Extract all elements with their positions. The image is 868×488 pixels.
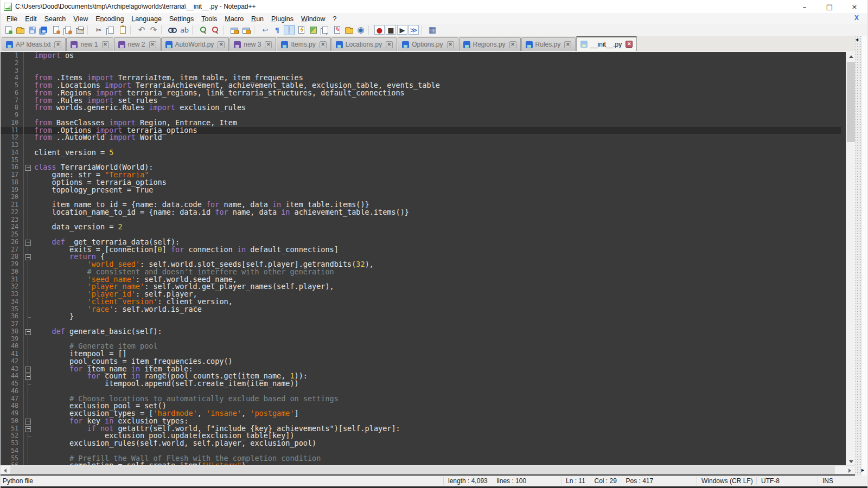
tab-close-icon[interactable]: ✕	[509, 41, 516, 48]
replace-icon[interactable]: ab	[179, 25, 190, 35]
code-line-23[interactable]: 23	[1, 216, 841, 224]
menu-file[interactable]: File	[3, 14, 21, 24]
splitter-arrow-right-icon[interactable]: ►	[860, 467, 865, 473]
menu-run[interactable]: Run	[247, 14, 267, 24]
close-button[interactable]: ×	[850, 3, 859, 11]
menu-window[interactable]: Window	[297, 14, 329, 24]
horizontal-scrollbar-thumb[interactable]	[10, 466, 835, 474]
fold-toggle-icon[interactable]	[23, 418, 31, 425]
menu-?[interactable]: ?	[329, 14, 341, 24]
sync-horizontal-scroll-icon[interactable]	[241, 25, 252, 35]
code-line-12[interactable]: 12from ..AutoWorld import World	[1, 134, 841, 142]
menubar-close-icon[interactable]: X	[854, 14, 859, 22]
zoom-in-icon[interactable]	[198, 25, 209, 35]
menu-encoding[interactable]: Encoding	[92, 14, 127, 24]
code-line-38[interactable]: 38 def generate_basic(self):	[1, 328, 841, 336]
status-eol-format[interactable]: Windows (CR LF)	[697, 477, 756, 485]
folder-as-workspace-icon[interactable]	[343, 25, 354, 35]
close-all-icon[interactable]	[62, 25, 73, 35]
menu-edit[interactable]: Edit	[21, 14, 41, 24]
panel-splitter[interactable]	[855, 36, 862, 476]
copy-icon[interactable]	[105, 25, 116, 35]
doc-switcher-icon[interactable]	[320, 25, 330, 35]
tab-new-1[interactable]: new 1✕	[66, 37, 113, 51]
menu-settings[interactable]: Settings	[165, 14, 197, 24]
code-line-45[interactable]: 45 itempool.append(self.create_item(item…	[1, 380, 841, 388]
macro-save-icon[interactable]: ▦	[427, 25, 438, 35]
menu-language[interactable]: Language	[127, 14, 165, 24]
code-line-19[interactable]: 19 topology_present = True	[1, 187, 841, 194]
zoom-out-icon[interactable]	[210, 25, 221, 35]
menu-plugins[interactable]: Plugins	[267, 14, 297, 24]
cut-icon[interactable]: ✂	[93, 25, 104, 35]
status-insert-mode[interactable]: INS	[818, 477, 867, 485]
splitter-arrow-left-icon[interactable]: ◄	[854, 37, 859, 42]
horizontal-scrollbar[interactable]	[1, 465, 867, 474]
tab-close-icon[interactable]: ✕	[149, 41, 156, 48]
tab-regions-py[interactable]: Regions.py✕	[459, 37, 521, 51]
macro-play-icon[interactable]: ▶	[397, 25, 407, 35]
redo-icon[interactable]: ↷	[148, 25, 159, 35]
menu-macro[interactable]: Macro	[221, 14, 247, 24]
find-icon[interactable]	[167, 25, 178, 35]
tab-close-icon[interactable]: ✕	[626, 41, 633, 48]
code-line-2[interactable]: 2	[1, 60, 841, 67]
fold-toggle-icon[interactable]	[23, 253, 31, 261]
tab-close-icon[interactable]: ✕	[564, 41, 571, 48]
tab-close-icon[interactable]: ✕	[102, 41, 109, 48]
code-line-13[interactable]: 13	[1, 142, 841, 149]
fold-toggle-icon[interactable]	[23, 365, 31, 373]
tab-close-icon[interactable]: ✕	[386, 41, 393, 48]
tab-items-py[interactable]: Items.py✕	[277, 37, 330, 51]
tab-new-2[interactable]: new 2✕	[114, 37, 161, 51]
doc-map-icon[interactable]	[308, 25, 318, 35]
editor[interactable]: 1import os234from .Items import Terraria…	[1, 52, 867, 465]
word-wrap-icon[interactable]: ↩	[260, 25, 271, 35]
close-icon[interactable]	[50, 25, 61, 35]
fold-toggle-icon[interactable]	[23, 239, 31, 246]
status-encoding[interactable]: UTF-8	[756, 477, 818, 485]
code-line-35[interactable]: 35 'race': self.world.is_race	[1, 306, 841, 313]
tab-rules-py[interactable]: Rules.py✕	[521, 37, 576, 51]
code-line-14[interactable]: 14client_version = 5	[1, 149, 841, 157]
macro-record-icon[interactable]: ●	[374, 25, 385, 35]
new-file-icon[interactable]	[3, 25, 14, 35]
code-area[interactable]: 1import os234from .Items import Terraria…	[1, 52, 841, 465]
save-icon[interactable]	[27, 25, 37, 35]
function-list-icon[interactable]	[296, 25, 307, 35]
scroll-down-arrow-icon[interactable]	[846, 457, 856, 465]
print-icon[interactable]	[74, 25, 85, 35]
paste-icon[interactable]	[117, 25, 128, 35]
show-all-chars-icon[interactable]: ¶	[272, 25, 283, 35]
fold-toggle-icon[interactable]	[23, 373, 31, 380]
macro-run-multi-icon[interactable]: ≫	[409, 25, 419, 35]
code-line-1[interactable]: 1import os	[1, 52, 841, 60]
tab-locations-py[interactable]: Locations.py✕	[331, 37, 397, 51]
maximize-button[interactable]: □	[825, 3, 834, 11]
fold-toggle-icon[interactable]	[23, 328, 31, 336]
menu-search[interactable]: Search	[41, 14, 70, 24]
tab-new-3[interactable]: new 3✕	[229, 37, 276, 51]
tab-close-icon[interactable]: ✕	[54, 41, 61, 48]
scroll-up-arrow-icon[interactable]	[846, 52, 856, 61]
tab-close-icon[interactable]: ✕	[265, 41, 272, 48]
code-line-53[interactable]: 53 exclusion_rules(self.world, self.play…	[1, 440, 841, 447]
edit-marker-icon[interactable]	[331, 25, 342, 35]
sync-vertical-scroll-icon[interactable]	[229, 25, 240, 35]
tab-autoworld-py[interactable]: AutoWorld.py✕	[161, 37, 229, 51]
save-all-icon[interactable]	[39, 25, 49, 35]
code-line-8[interactable]: 8from worlds.generic.Rules import exclus…	[1, 104, 841, 112]
tab-close-icon[interactable]: ✕	[218, 41, 225, 48]
vertical-scrollbar-thumb[interactable]	[847, 62, 855, 142]
fold-toggle-icon[interactable]	[23, 164, 31, 171]
code-line-36[interactable]: 36 }	[1, 313, 841, 320]
fold-toggle-icon[interactable]	[23, 425, 31, 433]
minimize-button[interactable]: –	[800, 3, 809, 11]
tab-close-icon[interactable]: ✕	[320, 41, 327, 48]
monitoring-icon[interactable]: ◉	[355, 25, 366, 35]
code-line-22[interactable]: 22 location_name_to_id = {name: data.id …	[1, 209, 841, 216]
code-line-24[interactable]: 24 data_version = 2	[1, 223, 841, 231]
tab-close-icon[interactable]: ✕	[447, 41, 454, 48]
open-folder-icon[interactable]	[15, 25, 25, 35]
tab-options-py[interactable]: Options.py✕	[398, 37, 458, 51]
